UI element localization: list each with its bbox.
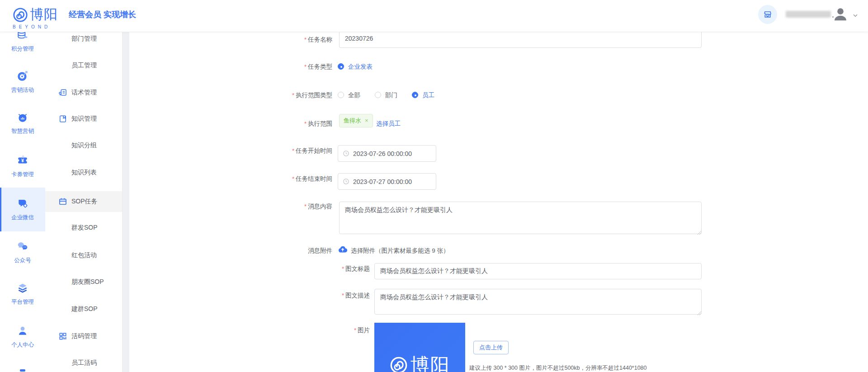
clock-icon (343, 150, 349, 157)
scope-type-radio-all[interactable] (338, 92, 344, 98)
nav-item-label: 员工管理 (71, 61, 97, 70)
select-attachment-action[interactable]: 选择附件（图片素材最多能选 9 张） (351, 246, 449, 255)
user-name-redacted (786, 11, 831, 18)
nav-item-employee-codes[interactable]: 员工活码 (45, 353, 122, 372)
nav-item-scripts[interactable]: 话术管理 (45, 82, 122, 103)
nav-item-group-sop[interactable]: 建群SOP (45, 299, 122, 320)
task-name-label: 任务名称 (242, 35, 332, 44)
sidebar-item-smart-marketing[interactable]: 智慧营销 (0, 112, 45, 134)
primary-sidebar: 积分管理 营销活动 智慧营销 (0, 32, 46, 372)
nav-item-label: 活码管理 (71, 332, 97, 340)
nav-item-employees[interactable]: 员工管理 (45, 55, 122, 76)
scope-type-option-department[interactable]: 部门 (385, 91, 397, 99)
nav-item-knowledge[interactable]: 知识管理 (45, 108, 122, 129)
top-header: 博阳 BEYOND 经营会员 实现增长 (0, 0, 868, 32)
sidebar-item-marketing[interactable]: 营销活动 (0, 71, 45, 93)
end-time-value: 2023-07-27 00:00:00 (353, 178, 412, 185)
select-employee-link[interactable]: 选择员工 (376, 119, 401, 128)
nav-item-sop-tasks[interactable]: SOP任务 (45, 191, 122, 212)
tag-remove-icon[interactable]: × (365, 114, 368, 127)
sidebar-item-label: 公众号 (14, 257, 31, 264)
image-label: 图片 (279, 326, 370, 334)
script-icon (58, 88, 67, 97)
nav-item-label: SOP任务 (71, 198, 98, 206)
svg-text:¥: ¥ (21, 158, 24, 163)
task-type-option-label[interactable]: 企业发表 (348, 62, 373, 71)
smart-marketing-icon (17, 111, 28, 125)
nav-item-label: 红包活动 (71, 251, 97, 259)
beyond-logo-icon (13, 7, 28, 23)
scope-type-radio-department[interactable] (375, 92, 381, 98)
nav-item-label: 知识列表 (71, 169, 97, 177)
scope-tag: 鱼得水 × (339, 114, 373, 127)
chevron-down-icon[interactable] (852, 12, 859, 19)
nav-item-label: 朋友圈SOP (71, 278, 104, 286)
scope-type-option-all[interactable]: 全部 (348, 91, 360, 99)
sidebar-item-label: 个人中心 (11, 341, 34, 349)
news-title-label: 图文标题 (279, 264, 370, 273)
platform-layers-icon (17, 282, 28, 296)
nav-item-label: 员工活码 (71, 359, 97, 367)
news-desc-label: 图文描述 (279, 291, 370, 300)
avatar[interactable] (832, 5, 849, 23)
scope-type-label: 执行范围类型 (242, 91, 332, 99)
scope-type-option-employee[interactable]: 员工 (422, 91, 434, 99)
upload-hint: 建议上传 300 * 300 图片，图片不超过500kb，分辨率不超过1440*… (469, 364, 647, 372)
user-center-icon (17, 325, 28, 339)
cloud-upload-icon[interactable] (338, 245, 348, 254)
start-time-value: 2023-07-26 00:00:00 (353, 150, 412, 157)
attachment-label: 消息附件 (242, 246, 332, 255)
start-time-picker[interactable]: 2023-07-26 00:00:00 (338, 145, 436, 162)
sidebar-item-points[interactable]: 积分管理 (0, 30, 45, 52)
image-preview-logo-text: 博阳 (410, 353, 450, 372)
store-button[interactable] (758, 5, 777, 24)
task-name-input[interactable] (339, 32, 702, 48)
clock-icon (343, 178, 349, 185)
sidebar-item-wecom[interactable]: 企业微信 (0, 188, 45, 231)
upload-button[interactable]: 点击上传 (473, 341, 509, 354)
sidebar-item-profile[interactable]: 个人中心 (0, 326, 45, 348)
sidebar-item-label: 卡券管理 (11, 171, 34, 179)
brand-logo: 博阳 BEYOND (13, 5, 58, 29)
scope-tag-text: 鱼得水 (344, 114, 361, 127)
sidebar-item-official-account[interactable]: 公众号 (0, 241, 45, 263)
sidebar-item-coupons[interactable]: ¥ 卡券管理 (0, 155, 45, 177)
nav-item-moments-sop[interactable]: 朋友圈SOP (45, 272, 122, 292)
sidebar-item-label: 智慧营销 (11, 127, 34, 135)
start-time-label: 任务开始时间 (242, 146, 332, 155)
image-preview[interactable]: 博阳 (374, 323, 465, 372)
next-sidebar-item-partial-icon (20, 369, 25, 372)
sop-task-form-panel: 任务名称 任务类型 企业发表 执行范围类型 全部 部门 员工 执行范围 鱼得水 … (129, 32, 868, 372)
nav-item-red-packet[interactable]: 红包活动 (45, 245, 122, 266)
sidebar-item-label: 营销活动 (11, 86, 34, 94)
message-content-textarea[interactable]: 商场会员权益怎么设计？才能更吸引人 (339, 202, 702, 234)
scope-label: 执行范围 (242, 119, 332, 128)
sidebar-item-label: 企业微信 (11, 214, 34, 221)
store-icon (762, 9, 773, 20)
marketing-target-icon (17, 70, 28, 84)
scope-type-radio-employee[interactable] (412, 92, 418, 98)
knowledge-icon (58, 114, 67, 123)
task-type-radio-enterprise-post[interactable] (338, 63, 344, 70)
nav-item-label: 建群SOP (71, 305, 98, 313)
nav-item-label: 部门管理 (71, 35, 97, 43)
nav-item-live-codes[interactable]: 活码管理 (45, 326, 122, 347)
coupon-ticket-icon: ¥ (17, 155, 28, 168)
logo-text-en: BEYOND (13, 24, 58, 29)
news-title-input[interactable] (374, 263, 702, 279)
nav-item-knowledge-list[interactable]: 知识列表 (45, 162, 122, 183)
nav-item-label: 知识管理 (71, 115, 97, 123)
official-account-icon (17, 240, 28, 254)
end-time-label: 任务结束时间 (242, 174, 332, 183)
end-time-picker[interactable]: 2023-07-27 00:00:00 (338, 173, 436, 190)
nav-item-mass-sop[interactable]: 群发SOP (45, 217, 122, 238)
sidebar-item-platform[interactable]: 平台管理 (0, 283, 45, 305)
wecom-chat-icon (17, 198, 28, 211)
nav-item-knowledge-groups[interactable]: 知识分组 (45, 135, 122, 156)
news-desc-textarea[interactable]: 商场会员权益怎么设计？才能更吸引人 (374, 289, 702, 315)
qrcode-icon (58, 332, 67, 341)
message-content-label: 消息内容 (242, 202, 332, 211)
calendar-icon (58, 197, 67, 206)
header-slogan: 经营会员 实现增长 (69, 9, 136, 20)
nav-item-label: 话术管理 (71, 89, 97, 97)
